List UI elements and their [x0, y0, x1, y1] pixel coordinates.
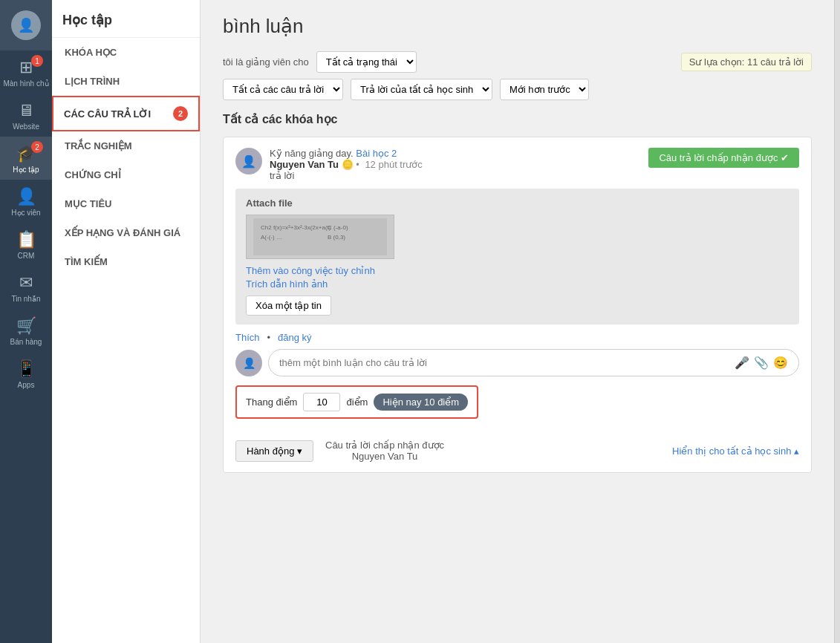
score-input[interactable]	[303, 393, 340, 411]
nav-item-tim-kiem[interactable]: TÌM KIẾM	[52, 247, 200, 276]
trang-thai-select[interactable]: Tất cả trạng thái	[316, 51, 417, 73]
tra-loi-label: trả lời	[270, 170, 423, 181]
sidebar-item-crm[interactable]: 📋 CRM	[0, 223, 52, 266]
answer-header: 👤 Kỹ năng giảng day. Bài học 2 Nguyen Va…	[235, 148, 799, 181]
sidebar-item-hoc-tap[interactable]: 2 🎓 Học tập	[0, 137, 52, 180]
author-name: Nguyen Van Tu	[270, 159, 339, 170]
bottom-action-row: Hành động ▾ Câu trả lời chấp nhận được N…	[235, 440, 799, 462]
answer-card: 👤 Kỹ năng giảng day. Bài học 2 Nguyen Va…	[223, 137, 812, 473]
dang-ky-link[interactable]: đăng ký	[278, 332, 312, 343]
sidebar-item-label: Màn hình chủ	[3, 79, 48, 88]
course-lesson-line: Kỹ năng giảng day. Bài học 2	[270, 148, 423, 159]
sidebar-item-label: Apps	[18, 381, 35, 389]
them-vao-link[interactable]: Thêm vào công việc tùy chỉnh	[246, 265, 789, 276]
answer-info: Kỹ năng giảng day. Bài học 2 Nguyen Van …	[270, 148, 423, 181]
hoc-sinh-select[interactable]: Trả lời của tất cả học sinh	[351, 79, 492, 100]
mic-icon[interactable]: 🎤	[735, 356, 749, 370]
nav-item-chung-chi[interactable]: CHỨNG CHỈ	[52, 160, 200, 189]
delete-file-button[interactable]: Xóa một tập tin	[246, 296, 331, 316]
hoc-tap-badge: 2	[31, 141, 43, 153]
svg-text:Ch2  f(x)=x³+3x²-3x(2x+a(t): Ch2 f(x)=x³+3x²-3x(2x+a(t)	[261, 224, 331, 231]
comment-icons: 🎤 📎 😊	[735, 356, 788, 370]
sidebar-item-label: Tin nhắn	[12, 295, 41, 303]
nav-sidebar: Học tập KHÓA HỌC LỊCH TRÌNH CÁC CÂU TRẢ …	[52, 0, 201, 643]
main-content: bình luận tôi là giảng viên cho Tất cả t…	[201, 0, 834, 643]
nav-item-xep-hang[interactable]: XẾP HẠNG VÀ ĐÁNH GIÁ	[52, 218, 200, 247]
page-title: bình luận	[223, 15, 812, 38]
crm-icon: 📋	[16, 230, 36, 249]
sidebar-item-label: CRM	[18, 252, 35, 260]
comment-input-area: 🎤 📎 😊	[268, 349, 799, 376]
sort-select[interactable]: Mới hơn trước	[500, 79, 589, 100]
attach-title: Attach file	[246, 198, 789, 209]
bottom-status-text: Câu trả lời chấp nhận được Nguyen Van Tu	[325, 440, 444, 462]
trich-dan-link[interactable]: Trích dẫn hình ảnh	[246, 278, 789, 290]
filter-row-1: tôi là giảng viên cho Tất cả trạng thái …	[223, 51, 812, 73]
notification-badge: 1	[31, 55, 43, 67]
sidebar-item-website[interactable]: 🖥 Website	[0, 94, 52, 137]
attach-image: Ch2 f(x)=x³+3x²-3x(2x+a(t) A(-(-) … C (-…	[246, 215, 394, 259]
attach-icon[interactable]: 📎	[754, 356, 769, 370]
accepted-button[interactable]: Câu trả lời chấp nhận được ✔	[648, 148, 799, 168]
apps-icon: 📱	[16, 359, 36, 379]
sidebar-item-hoc-vien[interactable]: 👤 Học viên	[0, 180, 52, 223]
avatar-area: 👤	[0, 0, 52, 50]
attach-links: Thêm vào công việc tùy chỉnh Trích dẫn h…	[246, 265, 789, 290]
score-container: Thang điểm điểm Hiện nay 10 điểm	[235, 385, 799, 429]
coin-icon: 🪙	[342, 159, 356, 170]
answer-avatar: 👤	[235, 148, 262, 174]
website-icon: 🖥	[18, 101, 34, 120]
cau-tra-loi-select[interactable]: Tất cả các câu trả lời	[223, 79, 343, 100]
filter-row-2: Tất cả các câu trả lời Trả lời của tất c…	[223, 79, 812, 100]
bullet: •	[267, 332, 271, 343]
sidebar-item-label: Website	[13, 123, 39, 131]
score-diem: điểm	[346, 396, 368, 408]
nav-item-trac-nghiem[interactable]: TRẮC NGHIỆM	[52, 131, 200, 160]
svg-text:A(-(-) …: A(-(-) …	[261, 234, 282, 241]
sidebar-item-tin-nhan[interactable]: ✉ Tin nhắn	[0, 266, 52, 309]
answer-meta: 👤 Kỹ năng giảng day. Bài học 2 Nguyen Va…	[235, 148, 423, 181]
scrollbar[interactable]	[834, 0, 840, 643]
tin-nhan-icon: ✉	[19, 273, 33, 293]
lesson-name[interactable]: Bài học 2	[356, 148, 397, 159]
sidebar-item-label: Học viên	[11, 209, 40, 217]
hien-thi-button[interactable]: Hiển thị cho tất cả học sinh ▴	[672, 445, 799, 457]
score-label: Thang điểm	[246, 396, 297, 408]
filter-label: tôi là giảng viên cho	[223, 56, 309, 68]
cac-cau-tra-loi-badge: 2	[173, 106, 188, 121]
avatar[interactable]: 👤	[11, 10, 41, 40]
accepted-status-text: Câu trả lời chấp nhận được	[325, 440, 444, 451]
author-time-line: Nguyen Van Tu 🪙 • 12 phút trước	[270, 159, 423, 170]
nav-item-cac-cau-tra-loi[interactable]: CÁC CÂU TRẢ LỜI 2	[52, 96, 200, 131]
sidebar-item-man-hinh-chu[interactable]: 1 ⊞ Màn hình chủ	[0, 50, 52, 94]
nav-item-khoa-hoc[interactable]: KHÓA HỌC	[52, 38, 200, 67]
comment-area: 👤 🎤 📎 😊	[235, 349, 799, 376]
nav-item-muc-tieu[interactable]: MỤC TIÊU	[52, 189, 200, 218]
su-lua-chon: Sư lựa chọn: 11 câu trả lời	[681, 53, 812, 71]
nav-title: Học tập	[52, 0, 200, 38]
course-name: Kỹ năng giảng day.	[270, 148, 354, 159]
sidebar-item-ban-hang[interactable]: 🛒 Bán hàng	[0, 309, 52, 352]
hoc-vien-icon: 👤	[16, 187, 36, 206]
sidebar-item-apps[interactable]: 📱 Apps	[0, 352, 52, 395]
svg-text:C (-a-0): C (-a-0)	[328, 224, 348, 231]
comment-avatar: 👤	[235, 350, 262, 376]
icon-sidebar: 👤 1 ⊞ Màn hình chủ 🖥 Website 2 🎓 Học tập…	[0, 0, 52, 643]
sidebar-item-label: Bán hàng	[10, 338, 42, 346]
nav-item-lich-trinh[interactable]: LỊCH TRÌNH	[52, 67, 200, 96]
hanh-dong-button[interactable]: Hành động ▾	[235, 440, 313, 462]
attach-area: Attach file Ch2 f(x)=x³+3x²-3x(2x+a(t) A…	[235, 189, 799, 324]
score-badge: Hiện nay 10 điểm	[374, 394, 468, 411]
section-heading: Tất cả các khóa học	[223, 112, 812, 126]
svg-text:B (0,3): B (0,3)	[328, 234, 345, 241]
action-row: Thích • đăng ký	[235, 332, 799, 343]
accepted-by-text: Nguyen Van Tu	[325, 451, 444, 462]
cac-cau-tra-loi-label: CÁC CÂU TRẢ LỜI	[64, 108, 151, 120]
emoji-icon[interactable]: 😊	[773, 356, 788, 370]
time-ago: 12 phút trước	[365, 159, 422, 170]
ban-hang-icon: 🛒	[16, 316, 36, 336]
sidebar-item-label: Học tập	[13, 166, 39, 174]
thich-link[interactable]: Thích	[235, 332, 260, 343]
comment-input[interactable]	[279, 357, 735, 368]
score-row: Thang điểm điểm Hiện nay 10 điểm	[235, 385, 478, 419]
